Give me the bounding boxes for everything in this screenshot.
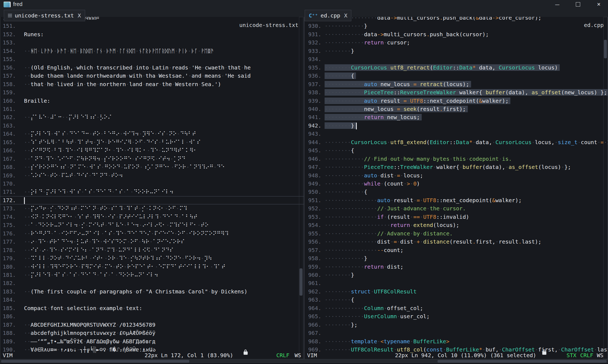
code-line[interactable]: 153. [0,38,304,47]
code-line[interactable]: 932.············return·cursor; [304,38,608,47]
code-line[interactable]: 944.········CursorLocus·utf8_extend(Edit… [304,138,608,146]
code-line[interactable]: 950.············{ [304,188,608,196]
code-line[interactable]: 152.Runes: [0,30,304,38]
vertical-scrollbar-track-right[interactable] [603,17,608,359]
code-line[interactable]: 935.········CursorLocus·utf8_retract(Edi… [304,63,608,72]
code-line[interactable]: 184. [0,296,304,304]
whitespace-indicator[interactable]: WS [597,351,603,359]
code-line[interactable]: 947.············PieceTree::TreeWalker·wa… [304,163,608,171]
pane-divider[interactable] [304,9,304,363]
code-line[interactable]: 931.············data->multi_cursors.push… [304,30,608,38]
code-line[interactable]: 164.··⡍⠜⠇⠑⠹·⠺⠁⠎·⠙⠑⠁⠙⠒·⠞⠕·⠃⠑⠛⠔·⠺⠊⠹⠲·⡹⠻⠑·⠊… [0,130,304,138]
code-line[interactable]: 169.··⠡⠕⠎⠑·⠞⠕·⠏⠥⠞·⠙⠊⠎·⠙⠁⠝⠙·⠞⠕⠲ [0,171,304,180]
vertical-scrollbar-thumb-left[interactable] [299,268,302,296]
eol-indicator[interactable]: CRLF [580,351,593,359]
code-line[interactable]: 167.··⠁⠝⠙·⠹⠑·⠡⠊⠑⠋·⠍⠳⠗⠝⠻⠲·⡎⠊⠗⠕⠕⠛⠑·⠎⠊⠛⠝⠫·⠊… [0,155,304,163]
vertical-scrollbar-thumb-right[interactable] [604,40,607,58]
code-line[interactable]: 953.················if·(result·==·UTF8::… [304,213,608,221]
horizontal-scrollbar-thumb-left[interactable] [1,360,189,363]
tab-unicode-stress[interactable]: unicode-stress.txt X [4,10,85,21]
line-content: ············PieceTree::TreeWalker·walker… [325,163,608,171]
title-bar[interactable]: fred — ✕ [0,0,608,9]
code-line[interactable]: 943. [304,130,608,138]
code-line[interactable]: 160.Braille: [0,97,304,105]
code-line[interactable]: 936.········{ [304,72,608,80]
code-line[interactable]: 962.········struct·UTF8ColResult [304,287,608,296]
code-line[interactable]: 189.··–—‘“”„†•…‰™œŠŸž€·ΑΒΓΔΩαβγδω·АБВГДа… [0,337,304,345]
code-line[interactable]: 156.··(Old·English,·which·transcribed·in… [0,63,304,72]
code-line[interactable]: 940.············new_locus·=·seek(result.… [304,105,608,113]
code-line[interactable]: 171.··⡕⠇⠙·⡍⠜⠇⠑⠹·⠺⠁⠎·⠁⠎·⠙⠑⠁⠙·⠁⠎·⠁·⠙⠕⠕⠗⠤⠝⠁… [0,188,304,196]
code-line[interactable]: 951.················auto·result·=·UTF8::… [304,196,608,204]
code-line[interactable]: 187.··ABCDEFGHIJKLMNOPQRSTUVWXYZ·/012345… [0,321,304,329]
code-line[interactable]: 154.··ᚻᛖ·ᚳᚹᚫᚦ·ᚦᚫᛏ·ᚻᛖ·ᛒᚢᛞᛖ·ᚩᚾ·ᚦᚫᛗ·ᛚᚪᚾᛞᛖ·ᚾ… [0,47,304,55]
code-line[interactable]: 183.··(The·first·couple·of·paragraphs·of… [0,287,304,296]
code-line[interactable]: 959.············return·dist; [304,263,608,271]
vertical-scrollbar-track-left[interactable] [299,17,303,359]
code-line[interactable]: 161. [0,105,304,113]
code-line[interactable]: 166.··⠎⠊⠛⠝⠫·⠃⠹·⠹⠑·⠊⠇⠻⠛⠹⠍⠁⠝⠂·⠹⠑·⠊⠇⠻⠅⠂·⠹⠑·… [0,146,304,154]
horizontal-scrollbar-thumb-right[interactable] [438,360,607,363]
code-line[interactable]: 963.········{ [304,296,608,304]
code-line[interactable]: 182. [0,279,304,287]
code-line[interactable]: 178.··⠊⠎·⠔·⠹⠑·⠎⠊⠍⠊⠇⠑⠆·⠁⠝⠙·⠍⠹·⠥⠝⠙⠁⠇⠇⠪⠫·⠙⠁… [0,246,304,254]
code-line[interactable]: 965.············UserColumn·user_col; [304,312,608,320]
code-line[interactable]: 966.········}; [304,321,608,329]
code-line[interactable]: 172. [0,196,304,204]
code-line[interactable]: 157.··bude·thaem·lande·northweardum·with… [0,72,304,80]
code-line[interactable]: 175.··⠁·⠙⠕⠕⠗⠤⠝⠁⠊⠇⠲·⡊·⠍⠊⠣⠞·⠙⠁⠧⠑·⠃⠑⠲·⠔⠊⠇⠔⠫… [0,221,304,229]
code-line[interactable]: 948.············auto·dist·=·locus; [304,171,608,180]
code-line[interactable]: 180.··⠺⠊⠇⠇·⠹⠻⠑⠋⠕⠗⠑·⠏⠻⠍⠊⠞·⠍⠑·⠞⠕·⠗⠑⠏⠑⠁⠞⠂·⠑… [0,263,304,271]
line-content: ················dist·=·dist·+·distance(r… [325,238,608,246]
code-line[interactable]: 958.············} [304,254,608,262]
maximize-button[interactable] [572,0,584,9]
code-line[interactable]: 952.················//·Just·advance·the·… [304,204,608,213]
editor-pane-left[interactable]: 150.··ሰማይ·አይታረስ·ንጉሥ·አይከሰስ።151.152.Runes:… [0,0,304,364]
code-line[interactable]: 186. [0,312,304,320]
code-line[interactable]: 949.············while·(count·>·0) [304,180,608,188]
code-line[interactable]: 168.··⡎⠊⠗⠕⠕⠛⠑⠰⠎·⠝⠁⠍⠑·⠺⠁⠎·⠛⠕⠕⠙·⠥⠏⠕⠝·⠰⡡⠁⠝⠛… [0,163,304,171]
eol-indicator[interactable]: CRLF [276,351,289,359]
code-line[interactable]: 170. [0,180,304,188]
code-line[interactable]: 933.········} [304,47,608,55]
code-line[interactable]: 174.··⠪⠝·⠅⠝⠪⠇⠫⠛⠑⠂·⠱⠁⠞·⠹⠻⠑·⠊⠎·⠏⠜⠞⠊⠊⠥⠇⠜⠇⠹·… [0,213,304,221]
code-line[interactable]: 942.········} [304,122,608,130]
code-line[interactable]: 177.··⠔·⠹⠑·⠞⠗⠁⠙⠑⠲·⡃⠥⠞·⠹⠑·⠺⠊⠎⠙⠕⠍·⠕⠋·⠳⠗·⠁⠝… [0,238,304,246]
code-line[interactable]: 188.··abcdefghijklmnopqrstuvwxyz·£©µÀÆÖÞ… [0,329,304,337]
code-line[interactable]: 179.··⠩⠁⠇⠇·⠝⠕⠞·⠙⠊⠌⠥⠗⠃·⠊⠞⠂·⠕⠗·⠹⠑·⡊⠳⠝⠞⠗⠹⠰⠎… [0,254,304,262]
code-line[interactable]: 967. [304,329,608,337]
whitespace-indicator[interactable]: WS [295,351,301,359]
code-line[interactable]: 163. [0,122,304,130]
code-line[interactable]: 155. [0,55,304,63]
code-line[interactable]: 945.········{ [304,146,608,154]
minimize-button[interactable]: — [551,0,564,9]
code-line[interactable]: 934. [304,55,608,63]
code-line[interactable]: 938.············PieceTree::ReverseTreeWa… [304,88,608,96]
encoding-indicator[interactable]: STX [567,351,576,359]
tab-close-icon[interactable]: X [344,12,347,19]
code-line[interactable]: 181.··⡍⠜⠇⠑⠹·⠺⠁⠎·⠁⠎·⠙⠑⠁⠙·⠁⠎·⠁·⠙⠕⠕⠗⠤⠝⠁⠊⠇⠲ [0,271,304,279]
tab-close-icon[interactable]: X [78,12,81,19]
code-line[interactable]: 960.········} [304,271,608,279]
code-line[interactable]: 162.··⡌⠁⠧⠑·⠼⠁⠒··⡍⠜⠇⠑⠹⠰⠎·⡣⠕⠌ [0,113,304,121]
tab-ed-cpp[interactable]: C⁺⁺ ed.cpp X [305,10,351,21]
editor-pane-right[interactable]: 929.················data->multi_cursors.… [304,0,608,364]
code-line[interactable]: 955.················//·Advance·by·distan… [304,229,608,238]
code-line[interactable]: 165.··⠱⠁⠞⠑⠧⠻·⠁⠃⠳⠞·⠹⠁⠞⠲·⡹⠑·⠗⠑⠛⠊⠌⠻·⠕⠋·⠙⠊⠎·… [0,138,304,146]
code-line[interactable]: 158.··that·he·lived·in·the·northern·land… [0,80,304,88]
code-line[interactable]: 176.··⠗⠑⠛⠜⠙·⠁·⠊⠕⠋⠋⠔⠤⠝⠁⠊⠇·⠁⠎·⠹⠑·⠙⠑⠁⠙⠑⠌·⠏⠊… [0,229,304,238]
code-line[interactable]: 961. [304,279,608,287]
code-line[interactable]: 968.········template·<typename·BufferLik… [304,337,608,345]
code-line[interactable]: 956.················dist·=·dist·+·distan… [304,238,608,246]
code-line[interactable]: 941.············return·new_locus; [304,113,608,121]
code-line[interactable]: 946.············//·Find·out·how·many·byt… [304,155,608,163]
close-button[interactable]: ✕ [592,0,605,9]
code-line[interactable]: 937.············auto·new_locus·=·retract… [304,80,608,88]
code-line[interactable]: 159. [0,88,304,96]
code-line[interactable]: 939.············auto·result·=·UTF8::next… [304,97,608,105]
code-line[interactable]: 185.Compact·font·selection·example·text: [0,304,304,312]
code-line[interactable]: 964.············Column·offset_col; [304,304,608,312]
code-line[interactable]: 957.················--count; [304,246,608,254]
code-line[interactable]: 954.····················return·extend(lo… [304,221,608,229]
code-line[interactable]: 173.··⡍⠔⠙⠖·⡊·⠙⠕⠝⠰⠞·⠍⠑⠁⠝·⠞⠕·⠎⠁⠹·⠹⠁⠞·⡊·⠅⠝⠪… [0,204,304,213]
